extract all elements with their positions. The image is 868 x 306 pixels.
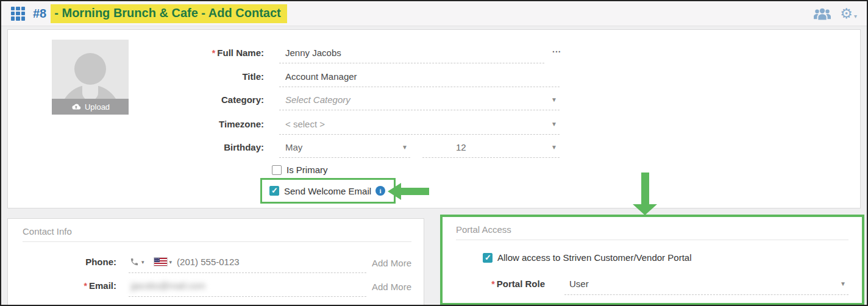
email-row: *Email: jjacobs@mail.com xyxy=(8,280,205,291)
app-grid-icon[interactable] xyxy=(11,7,25,21)
portal-role-underline xyxy=(564,294,848,295)
divider xyxy=(456,240,848,240)
portal-role-select[interactable]: User ▼ xyxy=(564,276,848,294)
email-underline xyxy=(129,296,366,297)
is-primary-row: Is Primary xyxy=(272,165,328,175)
divider xyxy=(23,241,411,242)
annotation-box-send-welcome: Send Welcome Email i xyxy=(260,178,396,204)
chevron-down-icon[interactable]: ▾ xyxy=(169,259,173,265)
allow-portal-access-checkbox[interactable] xyxy=(483,253,493,263)
required-asterisk: * xyxy=(84,281,87,291)
full-name-input[interactable]: Jenny Jacobs xyxy=(279,44,544,63)
annotation-arrow-down xyxy=(633,173,657,215)
email-add-more-link[interactable]: Add More xyxy=(372,282,411,292)
phone-add-more-link[interactable]: Add More xyxy=(372,258,411,268)
title-label: Title: xyxy=(8,71,264,82)
info-icon[interactable]: i xyxy=(375,186,385,196)
timezone-select[interactable]: < select > ▼ xyxy=(279,116,560,135)
contact-form-card: Upload *Full Name: Jenny Jacobs ... Titl… xyxy=(7,29,861,208)
send-welcome-label: Send Welcome Email xyxy=(284,186,371,196)
annotation-arrow-left xyxy=(388,183,430,200)
required-asterisk: * xyxy=(212,48,215,58)
portal-access-title: Portal Access xyxy=(456,224,511,235)
birthday-day-select[interactable]: 12 ▼ xyxy=(422,139,560,158)
portal-role-label: *Portal Role xyxy=(443,279,545,289)
category-select[interactable]: Select Category ▼ xyxy=(279,91,560,110)
allow-access-row: Allow access to Striven Customer/Vendor … xyxy=(483,252,691,263)
chevron-down-icon[interactable]: ▾ xyxy=(141,259,144,265)
chevron-down-icon: ▼ xyxy=(840,280,846,287)
contacts-group-icon[interactable] xyxy=(813,7,831,20)
send-welcome-checkbox[interactable] xyxy=(269,186,279,196)
chevron-down-icon: ▼ xyxy=(551,96,557,103)
contact-info-title: Contact Info xyxy=(23,226,72,237)
title-input[interactable]: Account Manager xyxy=(279,68,560,87)
phone-row: Phone: ▾ ▾ (201) 555-0123 xyxy=(8,257,240,267)
chevron-down-icon: ▼ xyxy=(551,121,557,127)
is-primary-label: Is Primary xyxy=(286,165,328,175)
birthday-label: Birthday: xyxy=(8,142,264,152)
settings-gear-icon[interactable]: ⚙▾ xyxy=(840,7,857,21)
phone-input[interactable]: (201) 555-0123 xyxy=(177,257,240,267)
record-id: #8 xyxy=(33,7,46,21)
allow-portal-access-label: Allow access to Striven Customer/Vendor … xyxy=(497,252,691,263)
category-label: Category: xyxy=(8,94,264,105)
chevron-down-icon: ▾ xyxy=(854,13,857,20)
timezone-label: Timezone: xyxy=(8,119,264,129)
chevron-down-icon: ▼ xyxy=(402,144,408,151)
phone-label: Phone: xyxy=(8,257,116,267)
birthday-month-select[interactable]: May ▼ xyxy=(279,139,410,158)
header-bar: #8 - Morning Brunch & Cafe - Add Contact… xyxy=(1,1,867,26)
name-options-button[interactable]: ... xyxy=(552,44,561,54)
email-label: *Email: xyxy=(8,280,116,291)
phone-underline xyxy=(129,272,366,273)
portal-access-card: Portal Access Allow access to Striven Cu… xyxy=(440,215,864,305)
striven-add-contact-screen: #8 - Morning Brunch & Cafe - Add Contact… xyxy=(0,0,868,306)
is-primary-checkbox[interactable] xyxy=(272,165,282,175)
page-title: - Morning Brunch & Cafe - Add Contact xyxy=(51,4,286,23)
chevron-down-icon: ▼ xyxy=(551,144,557,151)
contact-info-card: Contact Info Phone: ▾ ▾ (201) 555-0123 A… xyxy=(7,218,424,306)
header-actions: ⚙▾ xyxy=(813,7,857,21)
phone-type-icon[interactable] xyxy=(130,257,139,266)
full-name-label: *Full Name: xyxy=(8,48,264,58)
required-asterisk: * xyxy=(491,279,494,289)
us-flag-icon[interactable] xyxy=(154,258,167,266)
email-input-redacted[interactable]: jjacobs@mail.com xyxy=(131,280,205,291)
